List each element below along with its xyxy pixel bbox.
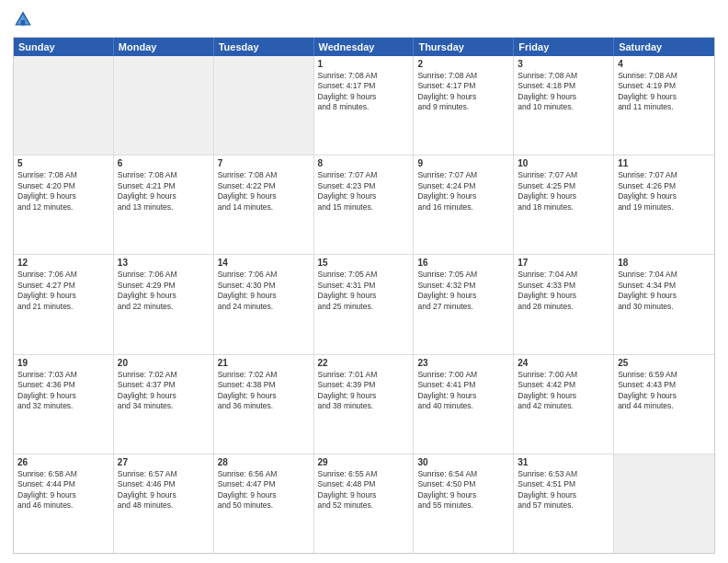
cell-line: and 25 minutes. [318, 302, 410, 312]
day-number: 29 [318, 457, 410, 467]
cell-line: Sunset: 4:46 PM [118, 479, 210, 489]
weekday-header-monday: Monday [114, 38, 214, 56]
cell-line: Sunrise: 7:08 AM [518, 71, 609, 81]
cell-line: Daylight: 9 hours [618, 291, 711, 301]
cell-line: Sunrise: 6:56 AM [218, 469, 310, 479]
calendar: SundayMondayTuesdayWednesdayThursdayFrid… [13, 37, 715, 554]
cell-line: and 9 minutes. [417, 102, 509, 112]
cell-line: Sunrise: 6:55 AM [318, 469, 410, 479]
cell-line: Sunset: 4:27 PM [17, 281, 109, 291]
calendar-cell-25: 25Sunrise: 6:59 AMSunset: 4:43 PMDayligh… [614, 355, 714, 454]
calendar-cell-22: 22Sunrise: 7:01 AMSunset: 4:39 PMDayligh… [314, 355, 415, 454]
cell-line: Daylight: 9 hours [417, 92, 509, 102]
cell-line: Sunset: 4:20 PM [17, 181, 109, 191]
cell-line: Daylight: 9 hours [518, 490, 609, 500]
logo-icon [13, 9, 33, 29]
calendar-body: 1Sunrise: 7:08 AMSunset: 4:17 PMDaylight… [14, 56, 714, 553]
day-number: 4 [618, 59, 711, 69]
cell-line: Daylight: 9 hours [417, 391, 509, 401]
cell-line: Sunrise: 7:02 AM [218, 370, 310, 380]
cell-line: Sunrise: 7:05 AM [417, 270, 509, 280]
cell-line: Sunset: 4:25 PM [518, 181, 609, 191]
cell-line: and 22 minutes. [118, 302, 210, 312]
cell-line: and 27 minutes. [417, 302, 509, 312]
cell-line: Sunrise: 7:07 AM [618, 170, 711, 180]
cell-line: Daylight: 9 hours [618, 92, 711, 102]
weekday-header-saturday: Saturday [614, 38, 714, 56]
day-number: 21 [218, 358, 310, 368]
day-number: 12 [17, 258, 109, 268]
cell-line: Sunrise: 7:08 AM [318, 71, 410, 81]
cell-line: and 32 minutes. [17, 401, 109, 411]
calendar-cell-11: 11Sunrise: 7:07 AMSunset: 4:26 PMDayligh… [614, 155, 714, 254]
cell-line: Sunset: 4:47 PM [218, 479, 310, 489]
cell-line: Daylight: 9 hours [118, 191, 210, 201]
cell-line: Daylight: 9 hours [118, 490, 210, 500]
cell-line: Sunset: 4:50 PM [417, 479, 509, 489]
day-number: 9 [417, 158, 509, 168]
calendar-cell-19: 19Sunrise: 7:03 AMSunset: 4:36 PMDayligh… [14, 355, 114, 454]
cell-line: Daylight: 9 hours [218, 191, 310, 201]
cell-line: Sunrise: 7:04 AM [618, 270, 711, 280]
calendar-row-0: 1Sunrise: 7:08 AMSunset: 4:17 PMDaylight… [14, 56, 714, 155]
cell-line: Daylight: 9 hours [618, 191, 711, 201]
day-number: 14 [218, 258, 310, 268]
calendar-cell-20: 20Sunrise: 7:02 AMSunset: 4:37 PMDayligh… [114, 355, 214, 454]
cell-line: and 24 minutes. [218, 302, 310, 312]
calendar-cell-12: 12Sunrise: 7:06 AMSunset: 4:27 PMDayligh… [14, 255, 114, 353]
cell-line: and 13 minutes. [118, 202, 210, 213]
day-number: 25 [618, 358, 711, 368]
cell-line: Sunrise: 7:03 AM [17, 370, 109, 380]
calendar-row-1: 5Sunrise: 7:08 AMSunset: 4:20 PMDaylight… [14, 155, 714, 255]
cell-line: Daylight: 9 hours [318, 291, 410, 301]
cell-line: Sunset: 4:33 PM [518, 281, 609, 291]
day-number: 19 [17, 358, 109, 368]
cell-line: Sunrise: 7:08 AM [218, 170, 310, 180]
cell-line: Daylight: 9 hours [318, 391, 410, 401]
cell-line: and 38 minutes. [318, 401, 410, 411]
cell-line: Sunrise: 7:05 AM [318, 270, 410, 280]
cell-line: Sunrise: 6:54 AM [417, 469, 509, 479]
day-number: 24 [518, 358, 609, 368]
calendar-cell-2: 2Sunrise: 7:08 AMSunset: 4:17 PMDaylight… [414, 56, 514, 155]
cell-line: Daylight: 9 hours [518, 391, 609, 401]
calendar-cell-empty-0-1 [114, 56, 214, 155]
calendar-cell-3: 3Sunrise: 7:08 AMSunset: 4:18 PMDaylight… [514, 56, 614, 155]
cell-line: Sunset: 4:38 PM [218, 380, 310, 390]
cell-line: and 12 minutes. [17, 202, 109, 213]
calendar-row-3: 19Sunrise: 7:03 AMSunset: 4:36 PMDayligh… [14, 355, 714, 454]
calendar-cell-24: 24Sunrise: 7:00 AMSunset: 4:42 PMDayligh… [514, 355, 614, 454]
cell-line: Sunrise: 7:08 AM [118, 170, 210, 180]
calendar-row-2: 12Sunrise: 7:06 AMSunset: 4:27 PMDayligh… [14, 255, 714, 354]
day-number: 13 [118, 258, 210, 268]
day-number: 6 [118, 158, 210, 168]
calendar-cell-empty-0-2 [214, 56, 314, 155]
calendar-cell-16: 16Sunrise: 7:05 AMSunset: 4:32 PMDayligh… [414, 255, 514, 353]
cell-line: Daylight: 9 hours [417, 291, 509, 301]
cell-line: and 44 minutes. [618, 401, 711, 411]
cell-line: and 21 minutes. [17, 302, 109, 312]
calendar-cell-1: 1Sunrise: 7:08 AMSunset: 4:17 PMDaylight… [314, 56, 415, 155]
cell-line: Sunset: 4:42 PM [518, 380, 609, 390]
day-number: 7 [218, 158, 310, 168]
cell-line: Sunrise: 7:07 AM [318, 170, 410, 180]
cell-line: Daylight: 9 hours [518, 191, 609, 201]
cell-line: Sunrise: 7:00 AM [518, 370, 609, 380]
calendar-cell-30: 30Sunrise: 6:54 AMSunset: 4:50 PMDayligh… [414, 454, 514, 553]
day-number: 2 [417, 59, 509, 69]
cell-line: Daylight: 9 hours [118, 291, 210, 301]
cell-line: Daylight: 9 hours [618, 391, 711, 401]
cell-line: and 19 minutes. [618, 202, 711, 213]
calendar-cell-18: 18Sunrise: 7:04 AMSunset: 4:34 PMDayligh… [614, 255, 714, 353]
calendar-cell-28: 28Sunrise: 6:56 AMSunset: 4:47 PMDayligh… [214, 454, 314, 553]
weekday-header-tuesday: Tuesday [214, 38, 314, 56]
day-number: 30 [417, 457, 509, 467]
cell-line: Sunset: 4:43 PM [618, 380, 711, 390]
calendar-cell-empty-4-6 [614, 454, 714, 553]
calendar-cell-17: 17Sunrise: 7:04 AMSunset: 4:33 PMDayligh… [514, 255, 614, 353]
calendar-cell-5: 5Sunrise: 7:08 AMSunset: 4:20 PMDaylight… [14, 155, 114, 254]
cell-line: Sunset: 4:17 PM [417, 81, 509, 91]
cell-line: Sunrise: 7:07 AM [417, 170, 509, 180]
logo [13, 9, 37, 29]
calendar-cell-26: 26Sunrise: 6:58 AMSunset: 4:44 PMDayligh… [14, 454, 114, 553]
